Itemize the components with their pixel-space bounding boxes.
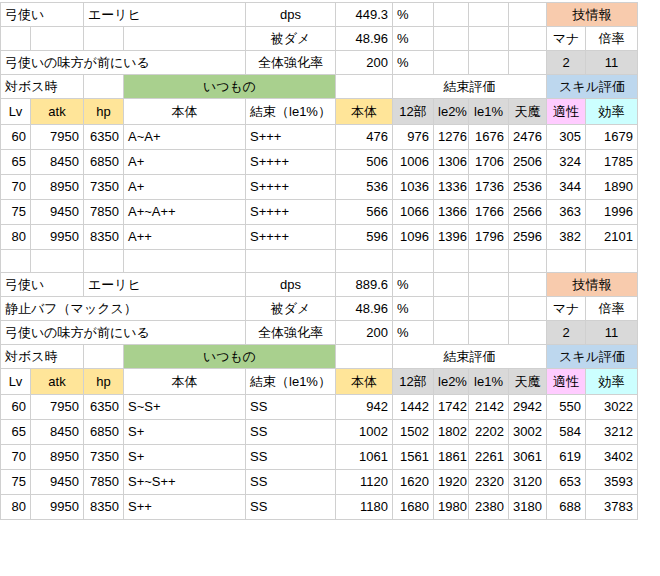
cell-tenma-score[interactable]: 2506 — [509, 150, 547, 175]
cell-hontai-rating[interactable]: S++ — [124, 495, 246, 520]
cell-12bu-score[interactable]: 1066 — [393, 200, 434, 225]
cell-tenma-score[interactable]: 3180 — [509, 495, 547, 520]
empty-cell[interactable] — [509, 321, 547, 345]
cell-lv[interactable]: 65 — [1, 420, 31, 445]
cell-lv[interactable]: 80 — [1, 225, 31, 250]
cell-koritsu-score[interactable]: 3022 — [586, 395, 638, 420]
damage-taken-label[interactable]: 被ダメ — [246, 27, 336, 51]
cell-12bu-score[interactable]: 1036 — [393, 175, 434, 200]
condition-cell[interactable]: 弓使いの味方が前にいる — [1, 321, 246, 345]
cell-koritsu-score[interactable]: 3402 — [586, 445, 638, 470]
empty-cell[interactable] — [509, 27, 547, 51]
overall-buff-label[interactable]: 全体強化率 — [246, 51, 336, 75]
cell-le2-score[interactable]: 1861 — [434, 445, 469, 470]
mana-label[interactable]: マナ — [547, 27, 586, 51]
empty-cell[interactable] — [434, 250, 469, 273]
cell-hontai-rating[interactable]: S+ — [124, 420, 246, 445]
cell-tenma-score[interactable]: 2476 — [509, 125, 547, 150]
cell-tekisei-score[interactable]: 363 — [547, 200, 586, 225]
header-koritsu[interactable]: 効率 — [586, 369, 638, 395]
cell-hontai-rating[interactable]: A+ — [124, 175, 246, 200]
rate-value[interactable]: 11 — [586, 321, 638, 345]
damage-taken-value[interactable]: 48.96 — [336, 27, 393, 51]
cell-hontai-score[interactable]: 1120 — [336, 470, 393, 495]
cell-tekisei-score[interactable]: 344 — [547, 175, 586, 200]
cell-lv[interactable]: 70 — [1, 175, 31, 200]
cell-atk[interactable]: 8950 — [31, 175, 84, 200]
cell-le2-score[interactable]: 1276 — [434, 125, 469, 150]
cell-kessoku-rating[interactable]: SS — [246, 445, 336, 470]
cell-atk[interactable]: 8450 — [31, 420, 84, 445]
dps-percent-sign[interactable]: % — [393, 273, 434, 297]
cell-hp[interactable]: 6850 — [84, 420, 124, 445]
header-koritsu[interactable]: 効率 — [586, 99, 638, 125]
header-kessoku-rating[interactable]: 結束（le1%） — [246, 369, 336, 395]
empty-cell[interactable] — [586, 250, 638, 273]
empty-cell[interactable] — [1, 250, 31, 273]
cell-le1-score[interactable]: 1766 — [469, 200, 509, 225]
empty-cell[interactable] — [469, 27, 509, 51]
character-name-cell[interactable]: エーリヒ — [84, 3, 246, 27]
cell-le2-score[interactable]: 1306 — [434, 150, 469, 175]
cell-kessoku-rating[interactable]: SS — [246, 470, 336, 495]
cell-le2-score[interactable]: 1802 — [434, 420, 469, 445]
cell-le2-score[interactable]: 1980 — [434, 495, 469, 520]
cell-tekisei-score[interactable]: 619 — [547, 445, 586, 470]
cell-hp[interactable]: 6350 — [84, 125, 124, 150]
cell-tekisei-score[interactable]: 550 — [547, 395, 586, 420]
overall-buff-value[interactable]: 200 — [336, 51, 393, 75]
header-le2[interactable]: le2% — [434, 369, 469, 395]
empty-cell[interactable] — [84, 27, 124, 51]
cell-le2-score[interactable]: 1336 — [434, 175, 469, 200]
header-lv[interactable]: Lv — [1, 369, 31, 395]
dps-label[interactable]: dps — [246, 3, 336, 27]
cell-hontai-rating[interactable]: S+~S++ — [124, 470, 246, 495]
cell-le1-score[interactable]: 2320 — [469, 470, 509, 495]
buff-state-cell[interactable]: 静止バフ（マックス） — [1, 297, 246, 321]
cell-le1-score[interactable]: 2142 — [469, 395, 509, 420]
damage-taken-value[interactable]: 48.96 — [336, 297, 393, 321]
header-kessoku-rating[interactable]: 結束（le1%） — [246, 99, 336, 125]
cell-hontai-score[interactable]: 1002 — [336, 420, 393, 445]
cell-tekisei-score[interactable]: 688 — [547, 495, 586, 520]
cell-hp[interactable]: 8350 — [84, 225, 124, 250]
damage-taken-label[interactable]: 被ダメ — [246, 297, 336, 321]
header-le1[interactable]: le1% — [469, 99, 509, 125]
empty-cell[interactable] — [509, 297, 547, 321]
unit-class-cell[interactable]: 弓使い — [1, 273, 84, 297]
preset-cell[interactable]: いつもの — [124, 75, 336, 99]
empty-cell[interactable] — [547, 250, 586, 273]
dps-value[interactable]: 889.6 — [336, 273, 393, 297]
header-le1[interactable]: le1% — [469, 369, 509, 395]
empty-cell[interactable] — [434, 321, 469, 345]
cell-tekisei-score[interactable]: 584 — [547, 420, 586, 445]
cell-hontai-score[interactable]: 596 — [336, 225, 393, 250]
cell-le1-score[interactable]: 1706 — [469, 150, 509, 175]
unit-class-cell[interactable]: 弓使い — [1, 3, 84, 27]
empty-cell[interactable] — [469, 321, 509, 345]
cell-hontai-score[interactable]: 942 — [336, 395, 393, 420]
cell-hontai-rating[interactable]: A+ — [124, 150, 246, 175]
cell-atk[interactable]: 7950 — [31, 395, 84, 420]
header-lv[interactable]: Lv — [1, 99, 31, 125]
cell-hp[interactable]: 6850 — [84, 150, 124, 175]
cell-12bu-score[interactable]: 1006 — [393, 150, 434, 175]
empty-cell[interactable] — [434, 297, 469, 321]
empty-cell[interactable] — [84, 345, 124, 369]
cell-kessoku-rating[interactable]: SS — [246, 395, 336, 420]
cell-le2-score[interactable]: 1396 — [434, 225, 469, 250]
condition-cell[interactable]: 弓使いの味方が前にいる — [1, 51, 246, 75]
cell-lv[interactable]: 60 — [1, 395, 31, 420]
empty-cell[interactable] — [393, 250, 434, 273]
cell-hontai-score[interactable]: 566 — [336, 200, 393, 225]
empty-cell[interactable] — [336, 345, 393, 369]
cell-le1-score[interactable]: 2202 — [469, 420, 509, 445]
character-name-cell[interactable]: エーリヒ — [84, 273, 246, 297]
cell-hp[interactable]: 7850 — [84, 470, 124, 495]
empty-cell[interactable] — [336, 75, 393, 99]
mana-value[interactable]: 2 — [547, 51, 586, 75]
empty-cell[interactable] — [31, 27, 84, 51]
cell-atk[interactable]: 9450 — [31, 200, 84, 225]
cell-hp[interactable]: 8350 — [84, 495, 124, 520]
empty-cell[interactable] — [434, 27, 469, 51]
